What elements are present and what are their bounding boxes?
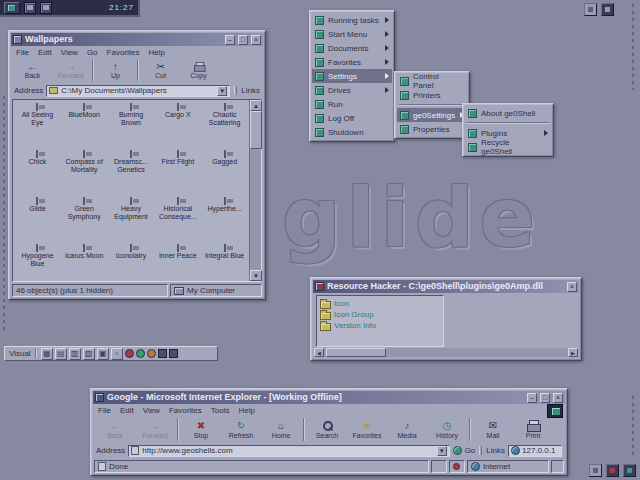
tree-item-icon[interactable]: Icon [320, 298, 440, 309]
tray-icon-2[interactable] [601, 3, 614, 16]
menu-item-control-panel[interactable]: Control Panel [397, 74, 467, 88]
visual-diagonal-button[interactable]: ▧ [83, 348, 95, 360]
menu-item-drives[interactable]: Drives [312, 83, 392, 97]
ie-titlebar[interactable]: Google - Microsoft Internet Explorer - [… [93, 391, 565, 404]
copy-button[interactable]: Copy [180, 59, 217, 82]
visual-green-led-button[interactable] [136, 349, 145, 358]
home-button[interactable]: ⌂Home [261, 417, 301, 442]
vertical-scrollbar[interactable]: ▲ ▼ [249, 100, 261, 281]
close-button[interactable]: × [251, 35, 261, 45]
visual-hlines-button[interactable]: ▤ [55, 348, 67, 360]
menu-file[interactable]: File [98, 406, 111, 415]
menu-item-ge0settings[interactable]: ge0Settings [397, 108, 467, 122]
stop-button[interactable]: ✖Stop [181, 417, 221, 442]
links-grip[interactable] [479, 446, 482, 455]
ip-address-box[interactable]: 127.0.0.1 [508, 445, 562, 457]
visual-mini-button-2[interactable] [169, 349, 178, 358]
file-item[interactable]: Gagged [201, 150, 248, 195]
file-item[interactable]: Inner Peace [154, 244, 201, 280]
menu-item-printers[interactable]: Printers [397, 88, 467, 102]
menu-view[interactable]: View [61, 48, 78, 57]
menu-item-about-ge0shell[interactable]: About ge0Shell [465, 106, 551, 120]
close-button[interactable]: × [567, 282, 577, 292]
maximize-button[interactable]: □ [540, 393, 550, 403]
menu-item-run[interactable]: Run [312, 97, 392, 111]
forward-button[interactable]: →Forward [135, 417, 175, 442]
menu-edit[interactable]: Edit [120, 406, 134, 415]
menu-tools[interactable]: Tools [211, 406, 230, 415]
menu-favorites[interactable]: Favorites [107, 48, 140, 57]
file-item[interactable]: Iconolatry [108, 244, 155, 280]
file-item[interactable]: Icarus Moon [61, 244, 108, 280]
print-button[interactable]: Print [513, 417, 553, 442]
resource-hacker-titlebar[interactable]: Resource Hacker - C:\ge0Shell\plugins\ge… [313, 280, 579, 293]
back-button[interactable]: ← Back [14, 59, 51, 82]
go-icon[interactable] [453, 446, 462, 455]
minimize-button[interactable]: – [225, 35, 235, 45]
visual-mini-button-1[interactable] [158, 349, 167, 358]
visual-blank-button[interactable]: ▫ [111, 348, 123, 360]
tree-item-version-info[interactable]: Version Info [320, 320, 440, 331]
scroll-right-button[interactable]: ▶ [568, 348, 578, 357]
minimize-button[interactable]: – [527, 393, 537, 403]
file-item[interactable]: Cargo X [154, 103, 201, 148]
menu-item-settings[interactable]: Settings [312, 69, 392, 83]
address-input[interactable]: C:\My Documents\Wallpapers ▼ [46, 85, 230, 97]
up-button[interactable]: ↑ Up [97, 59, 134, 82]
tray-alert-icon[interactable] [606, 464, 619, 477]
menu-item-shutdown[interactable]: Shutdown [312, 125, 392, 139]
file-item[interactable]: Hypogene Blue [14, 244, 61, 280]
close-button[interactable]: × [553, 393, 563, 403]
scroll-down-button[interactable]: ▼ [250, 270, 262, 281]
address-dropdown-button[interactable]: ▼ [217, 86, 227, 96]
file-item[interactable]: Chaotic Scattering [201, 103, 248, 148]
menu-item-documents[interactable]: Documents [312, 41, 392, 55]
taskbar-app-icon-2[interactable] [40, 2, 52, 14]
menu-help[interactable]: Help [148, 48, 164, 57]
taskbar-app-icon-1[interactable] [24, 2, 36, 14]
menu-item-favorites[interactable]: Favorites [312, 55, 392, 69]
back-button[interactable]: ←Back [95, 417, 135, 442]
resize-grip[interactable] [551, 460, 564, 473]
file-item[interactable]: First Flight [154, 150, 201, 195]
menu-item-start-menu[interactable]: Start Menu [312, 27, 392, 41]
visual-orange-led-button[interactable] [147, 349, 156, 358]
file-item[interactable]: Green Symphony [61, 197, 108, 242]
refresh-button[interactable]: ↻Refresh [221, 417, 261, 442]
tray-icon-1[interactable] [584, 3, 597, 16]
scroll-thumb[interactable] [250, 111, 262, 149]
tray-shell-icon[interactable] [623, 464, 636, 477]
favorites-button[interactable]: ★Favorites [347, 417, 387, 442]
menu-item-logoff[interactable]: Log Off [312, 111, 392, 125]
menu-edit[interactable]: Edit [38, 48, 52, 57]
file-item[interactable]: Glide [14, 197, 61, 242]
menu-go[interactable]: Go [87, 48, 98, 57]
maximize-button[interactable]: □ [238, 35, 248, 45]
media-button[interactable]: ♪Media [387, 417, 427, 442]
file-item[interactable]: Chick [14, 150, 61, 195]
menu-view[interactable]: View [143, 406, 160, 415]
search-button[interactable]: Search [307, 417, 347, 442]
wallpapers-titlebar[interactable]: Wallpapers – □ × [11, 33, 263, 46]
menu-favorites[interactable]: Favorites [169, 406, 202, 415]
links-grip[interactable] [234, 86, 237, 95]
menu-file[interactable]: File [16, 48, 29, 57]
address-dropdown-button[interactable]: ▼ [437, 446, 447, 456]
start-button[interactable] [4, 2, 20, 14]
horizontal-scrollbar[interactable]: ◀ ▶ [314, 348, 578, 357]
history-button[interactable]: ◷History [427, 417, 467, 442]
file-item[interactable]: Heavy Equipment [108, 197, 155, 242]
cut-button[interactable]: ✂ Cut [142, 59, 179, 82]
visual-solid-button[interactable]: ▣ [97, 348, 109, 360]
address-input[interactable]: http://www.geoshells.com ▼ [128, 445, 449, 457]
visual-red-led-button[interactable] [125, 349, 134, 358]
scroll-up-button[interactable]: ▲ [250, 100, 262, 111]
file-item[interactable]: Burning Brown [108, 103, 155, 148]
menu-help[interactable]: Help [238, 406, 254, 415]
mail-button[interactable]: ✉Mail [473, 417, 513, 442]
visual-grid-button[interactable]: ▦ [41, 348, 53, 360]
links-label[interactable]: Links [241, 86, 260, 95]
file-item[interactable]: Dreamsc... Genetics [108, 150, 155, 195]
file-item[interactable]: Hyperthe... [201, 197, 248, 242]
file-item[interactable]: Integral Blue [201, 244, 248, 280]
